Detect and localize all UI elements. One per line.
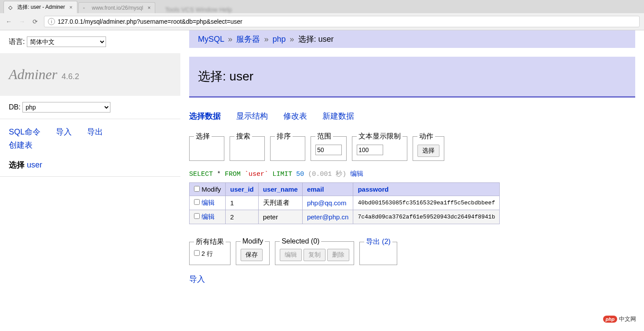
cell-email[interactable]: php@qq.com — [307, 199, 346, 207]
breadcrumb: MySQL » 服务器 » php » 选择: user — [189, 30, 635, 48]
browser-tab[interactable]: ▫ www.front.io/26/mysql × — [78, 2, 156, 13]
footer-fieldsets: 所有结果 2 行 Modify 保存 Selected (0) 编辑 复制 删除… — [189, 237, 635, 265]
breadcrumb-sep: » — [264, 35, 268, 44]
info-icon[interactable]: i — [48, 18, 55, 25]
tab-new-item[interactable]: 新建数据 — [322, 112, 354, 120]
app-logo: Adminer — [9, 66, 57, 82]
cell-user-id: 1 — [226, 196, 258, 210]
sql-select: SELECT — [189, 171, 213, 178]
fieldset-export: 导出 (2) — [359, 237, 397, 265]
sql-command-link[interactable]: SQL命令 — [9, 127, 40, 136]
breadcrumb-db[interactable]: php — [272, 35, 285, 44]
row-checkbox[interactable] — [194, 199, 200, 205]
export-legend-link[interactable]: 导出 (2) — [366, 238, 391, 245]
fieldset-sort: 排序 — [270, 132, 305, 161]
fieldset-text-limit: 文本显示限制 — [352, 132, 407, 161]
breadcrumb-server[interactable]: 服务器 — [236, 35, 260, 44]
favicon-icon: ▫ — [83, 5, 89, 11]
delete-selected-button[interactable]: 删除 — [327, 249, 349, 261]
logo-row: Adminer 4.6.2 — [0, 53, 180, 96]
url-bar[interactable]: i 127.0.0.1/mysql/adminer.php?username=r… — [44, 16, 640, 27]
fieldset-modify: Modify 保存 — [236, 237, 270, 265]
limit-input[interactable] — [315, 145, 342, 155]
header-user-id[interactable]: user_id — [230, 186, 253, 193]
language-select[interactable]: 简体中文 — [27, 36, 106, 47]
forward-button[interactable]: → — [18, 17, 26, 26]
select-all-checkbox[interactable] — [194, 186, 200, 192]
select-label: 选择 — [9, 160, 25, 169]
create-table-link[interactable]: 创建表 — [9, 141, 33, 149]
tab-structure[interactable]: 显示结构 — [236, 112, 268, 120]
cell-user-id: 2 — [226, 210, 258, 224]
header-modify: Modify — [190, 183, 226, 196]
sql-num: 50 — [296, 171, 304, 178]
legend-limit: 范围 — [315, 132, 333, 141]
select-table-link[interactable]: user — [27, 160, 42, 169]
breadcrumb-select: 选择 — [298, 35, 314, 44]
import-link-row: 导入 — [189, 274, 635, 284]
header-password[interactable]: password — [358, 186, 388, 193]
tab-select-data[interactable]: 选择数据 — [189, 112, 221, 120]
table-row: 编辑 1 天刑道者 php@qq.com 40bd001563085fc3516… — [190, 196, 500, 210]
table-row: 编辑 2 peter peter@php.cn 7c4a8d09ca3762af… — [190, 210, 500, 224]
data-table: Modify user_id user_name email password … — [189, 182, 500, 224]
legend-text-limit: 文本显示限制 — [357, 132, 402, 141]
db-row: DB: php — [0, 96, 180, 119]
legend-select: 选择 — [194, 132, 212, 141]
tab-title: www.front.io/26/mysql — [92, 5, 143, 11]
edit-link[interactable]: 编辑 — [201, 213, 215, 220]
header-email[interactable]: email — [307, 186, 324, 193]
header-user-name[interactable]: user_name — [263, 186, 298, 193]
back-button[interactable]: ← — [4, 17, 13, 26]
breadcrumb-mysql[interactable]: MySQL — [198, 35, 224, 44]
edit-selected-button[interactable]: 编辑 — [280, 249, 302, 261]
browser-toolbar: ← → ⟳ i 127.0.0.1/mysql/adminer.php?user… — [0, 13, 644, 30]
fieldset-limit: 范围 — [311, 132, 347, 161]
app-version: 4.6.2 — [62, 72, 79, 81]
breadcrumb-sep: » — [290, 35, 294, 44]
save-button[interactable]: 保存 — [241, 249, 263, 261]
action-tabs: 选择数据 显示结构 修改表 新建数据 — [189, 111, 635, 121]
blurred-menu: Tools VCS Window Help — [165, 6, 232, 13]
text-limit-input[interactable] — [357, 145, 383, 155]
sql-from: FROM — [225, 171, 241, 178]
fieldset-action: 动作 选择 — [413, 132, 444, 161]
legend-all-results: 所有结果 — [194, 237, 226, 247]
db-select[interactable]: php — [22, 102, 110, 113]
legend-modify: Modify — [241, 237, 265, 245]
sql-edit-link[interactable]: 编辑 — [350, 170, 363, 177]
copy-selected-button[interactable]: 复制 — [304, 249, 326, 261]
action-select-button[interactable]: 选择 — [417, 145, 439, 157]
row-checkbox[interactable] — [194, 213, 200, 219]
cell-email[interactable]: peter@php.cn — [307, 213, 348, 221]
breadcrumb-table: user — [318, 35, 334, 44]
fieldset-all-results: 所有结果 2 行 — [189, 237, 231, 265]
sql-star: * — [217, 171, 221, 178]
all-results-checkbox[interactable] — [194, 250, 200, 256]
fieldset-select: 选择 — [189, 132, 224, 161]
browser-tab-active[interactable]: ◇ 选择: user - Adminer × — [4, 1, 77, 13]
tab-title: 选择: user - Adminer — [17, 4, 65, 11]
import-bottom-link[interactable]: 导入 — [189, 275, 205, 284]
db-label: DB: — [9, 103, 21, 111]
close-icon[interactable]: × — [70, 4, 73, 11]
cell-password: 7c4a8d09ca3762af61e59520943dc26494f8941b — [353, 210, 500, 224]
legend-sort: 排序 — [275, 132, 293, 141]
fieldset-search: 搜索 — [230, 132, 265, 161]
import-link[interactable]: 导入 — [56, 127, 72, 136]
select-table-row: 选择 user — [0, 158, 180, 177]
cell-user-name: peter — [258, 210, 302, 224]
export-link[interactable]: 导出 — [87, 127, 103, 136]
query-fieldsets: 选择 搜索 排序 范围 文本显示限制 动作 — [189, 132, 635, 161]
edit-link[interactable]: 编辑 — [201, 199, 215, 206]
sidebar: 语言: 简体中文 Adminer 4.6.2 DB: php SQL命令 导入 … — [0, 30, 180, 293]
fieldset-selected: Selected (0) 编辑 复制 删除 — [275, 237, 354, 265]
sql-limit: LIMIT — [272, 171, 292, 178]
sql-query: SELECT * FROM `user` LIMIT 50 (0.001 秒) … — [189, 170, 635, 178]
cell-user-name: 天刑道者 — [258, 196, 302, 210]
language-row: 语言: 简体中文 — [0, 30, 180, 53]
reload-button[interactable]: ⟳ — [31, 17, 40, 26]
sql-table: `user` — [245, 171, 268, 178]
close-icon[interactable]: × — [147, 5, 150, 11]
tab-alter[interactable]: 修改表 — [283, 112, 307, 120]
